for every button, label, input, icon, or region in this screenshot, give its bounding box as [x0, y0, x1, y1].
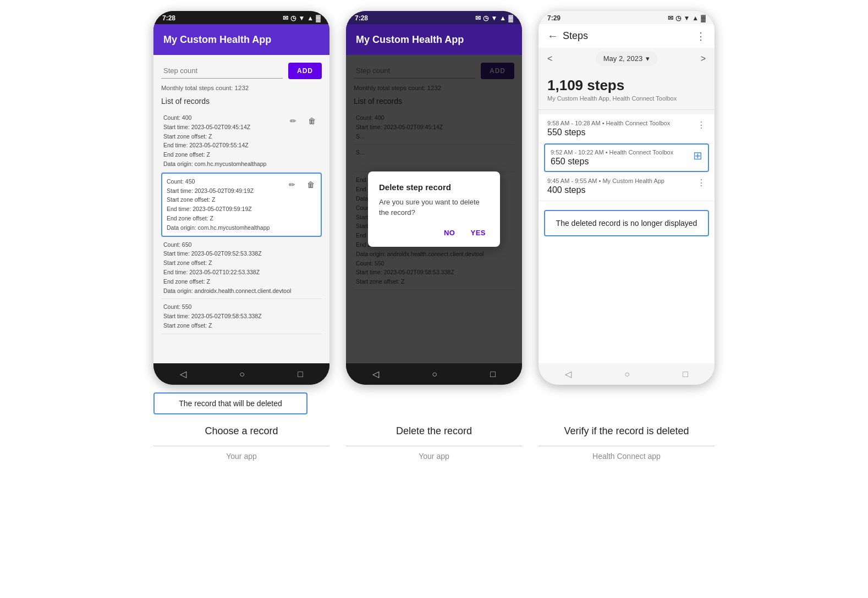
phone3-back-nav[interactable]: ◁ [565, 369, 572, 379]
phone3-menu-dots[interactable]: ⋮ [696, 30, 706, 42]
caption-phone3-sub: Health Connect app [539, 452, 715, 461]
phone2-dialog-yes-button[interactable]: YES [467, 226, 489, 239]
phone3-record3-menu[interactable]: ⋮ [697, 178, 706, 188]
phone2-wifi-icon: ▼ [491, 14, 497, 22]
phone2-dialog-overlay: Delete step record Are you sure you want… [346, 55, 522, 363]
caption-phone2-sub: Your app [346, 452, 522, 461]
phone1-appbar-title: My Custom Health App [163, 34, 271, 46]
caption-phone1-divider [153, 446, 329, 446]
phone1-content: ADD Monthly total steps count: 1232 List… [153, 55, 329, 363]
phone1-record1-edit-icon[interactable]: ✏ [285, 113, 301, 129]
phone1-record4-start: Start time: 2023-05-02T09:58:53.338Z [163, 312, 320, 321]
phone3-record2-steps: 650 steps [551, 157, 673, 167]
phone2-dialog-actions: NO YES [379, 226, 489, 239]
phone3-record1-steps: 550 steps [547, 128, 670, 137]
phone3-annotation: The deleted record is no longer displaye… [544, 210, 709, 236]
phone1-add-button[interactable]: ADD [288, 63, 322, 79]
phone3-status-icons: ✉ ◷ ▼ ▲ ▓ [668, 14, 706, 22]
phone2-home-nav[interactable]: ○ [432, 369, 437, 379]
phone3-next-arrow[interactable]: > [701, 54, 706, 64]
phone3-annotation-text: The deleted record is no longer displaye… [556, 219, 697, 228]
phone3-record1-left: 9:58 AM - 10:28 AM • Health Connect Tool… [547, 120, 670, 137]
caption-phone1: Choose a record Your app [153, 425, 329, 461]
phone2-status-bar: 7:28 ✉ ◷ ▼ ▲ ▓ [346, 11, 522, 24]
phone2-appbar-title: My Custom Health App [356, 34, 464, 46]
phone1-record1-endzone: End zone offset: Z [163, 150, 320, 159]
caption-phone1-main: Choose a record [153, 425, 329, 437]
phone1-list-title: List of records [161, 97, 322, 106]
phone2-back-nav[interactable]: ◁ [372, 369, 379, 379]
phone2-battery-icon: ▓ [508, 14, 513, 22]
captions-row: Choose a record Your app Delete the reco… [0, 414, 868, 461]
phone3-recent-nav[interactable]: □ [683, 369, 688, 379]
phone1-step-input[interactable] [161, 63, 283, 79]
phone2-alarm-icon: ◷ [483, 14, 488, 22]
phone1-status-bar: 7:28 ✉ ◷ ▼ ▲ ▓ [153, 11, 329, 24]
phone1-record-3: Count: 650 Start time: 2023-05-02T09:52:… [161, 237, 322, 300]
phone1-mail-icon: ✉ [283, 14, 288, 22]
phone1-record2-origin: Data origin: com.hc.mycustomhealthapp [167, 223, 316, 232]
phone1-record-1: Count: 400 Start time: 2023-05-02T09:45:… [161, 110, 322, 173]
phone1-alarm-icon: ◷ [290, 14, 296, 22]
phone1-record2-startzone: Start zone offset: Z [167, 195, 316, 204]
phone2-dialog-box: Delete step record Are you sure you want… [368, 171, 500, 246]
phone2-dialog-message: Are you sure you want to delete the reco… [379, 197, 489, 217]
phone3-nav-bar: ◁ ○ □ [539, 363, 715, 385]
phone1-record4-startzone: Start zone offset: Z [163, 321, 320, 330]
phone2-dialog-title: Delete step record [379, 182, 489, 192]
phone3-date-nav: < May 2, 2023 ▾ > [539, 48, 715, 71]
phone1-annotation: The record that will be deleted [153, 392, 307, 414]
phone3-date-text: May 2, 2023 [603, 54, 643, 63]
caption-phone3-main: Verify if the record is deleted [539, 425, 715, 437]
phone3-record-3: 9:45 AM - 9:55 AM • My Custom Health App… [539, 172, 715, 201]
phone1-signal-icon: ▲ [307, 14, 314, 22]
phone1-record2-actions: ✏ 🗑 [284, 177, 318, 192]
phone1-back-nav[interactable]: ◁ [180, 369, 186, 379]
phone1-record-2: Count: 450 Start time: 2023-05-02T09:49:… [161, 173, 322, 237]
phone1-with-annotation: 7:28 ✉ ◷ ▼ ▲ ▓ My Custom Health App [153, 11, 329, 414]
phone2-status-icons: ✉ ◷ ▼ ▲ ▓ [475, 14, 513, 22]
phone3-record1-menu[interactable]: ⋮ [697, 120, 706, 130]
phone3-record3-steps: 400 steps [547, 185, 664, 195]
phone2-dialog-no-button[interactable]: NO [441, 226, 459, 239]
caption-phone2-divider [346, 446, 522, 446]
phone1-appbar: My Custom Health App [153, 24, 329, 55]
main-row: 7:28 ✉ ◷ ▼ ▲ ▓ My Custom Health App [0, 11, 868, 414]
caption-phone3-divider [539, 446, 715, 446]
phone3-appbar: ← Steps ⋮ [539, 24, 715, 48]
phone3-date-pill[interactable]: May 2, 2023 ▾ [596, 51, 658, 66]
phone1-wifi-icon: ▼ [298, 14, 305, 22]
phone1-record2-endzone: End zone offset: Z [167, 214, 316, 223]
phone1-record2-delete-icon[interactable]: 🗑 [303, 177, 318, 192]
phone3-wifi-icon: ▼ [683, 14, 690, 22]
phone1-record-4: Count: 550 Start time: 2023-05-02T09:58:… [161, 299, 322, 334]
phone3-record3-left: 9:45 AM - 9:55 AM • My Custom Health App… [547, 178, 664, 195]
phone3-alarm-icon: ◷ [675, 14, 681, 22]
phone1-nav-bar: ◁ ○ □ [153, 363, 329, 385]
phone1-record1-delete-icon[interactable]: 🗑 [304, 113, 320, 129]
phone1-status-icons: ✉ ◷ ▼ ▲ ▓ [283, 14, 321, 22]
phone2-appbar: My Custom Health App [346, 24, 522, 55]
phone3-prev-arrow[interactable]: < [547, 54, 552, 64]
phone3-record2-left: 9:52 AM - 10:22 AM • Health Connect Tool… [551, 149, 673, 167]
phone3-records-list: 9:58 AM - 10:28 AM • Health Connect Tool… [539, 114, 715, 363]
phone3-total-sub: My Custom Health App, Health Connect Too… [547, 95, 706, 102]
phone1-record1-origin: Data origin: com.hc.mycustomhealthapp [163, 159, 320, 169]
phone1-home-nav[interactable]: ○ [239, 369, 245, 379]
phone1-record2-end: End time: 2023-05-02T09:59:19Z [167, 204, 316, 214]
phone3-record-1: 9:58 AM - 10:28 AM • Health Connect Tool… [539, 114, 715, 143]
phone3-divider [539, 109, 715, 110]
phone1-record2-edit-icon[interactable]: ✏ [284, 177, 300, 192]
phone3-home-nav[interactable]: ○ [624, 369, 630, 379]
phone3-back-button[interactable]: ← [547, 30, 558, 42]
phone1-recent-nav[interactable]: □ [298, 369, 303, 379]
phone2-recent-nav[interactable]: □ [490, 369, 496, 379]
phone3-date-dropdown-icon: ▾ [646, 54, 650, 63]
phone1-record3-end: End time: 2023-05-02T10:22:53.338Z [163, 268, 320, 277]
phone2-content-area: ADD Monthly total steps count: 1232 List… [346, 55, 522, 363]
phone3-status-bar: 7:29 ✉ ◷ ▼ ▲ ▓ [539, 11, 715, 24]
phone2-wrapper: 7:28 ✉ ◷ ▼ ▲ ▓ My Custom Health App [346, 11, 522, 385]
phone1-record1-end: End time: 2023-05-02T09:55:14Z [163, 141, 320, 150]
phone1-frame: 7:28 ✉ ◷ ▼ ▲ ▓ My Custom Health App [153, 11, 329, 385]
phone3-mail-icon: ✉ [668, 14, 673, 22]
